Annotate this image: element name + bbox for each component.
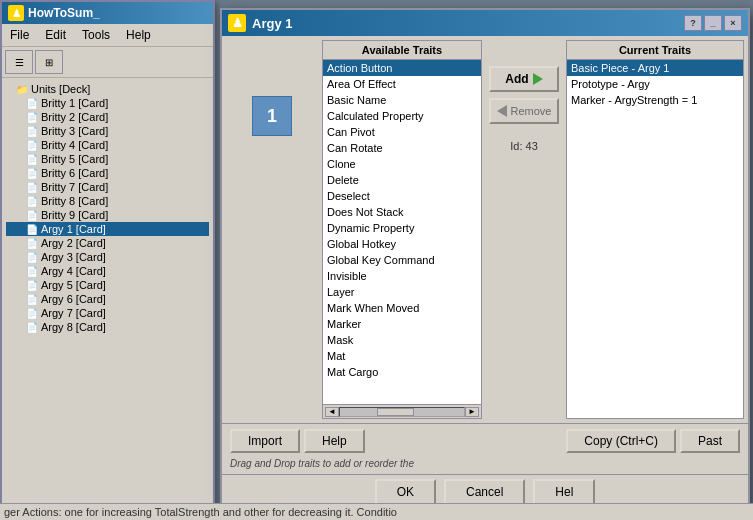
dialog-body: 1 Available Traits Action ButtonArea Of … [222,36,748,509]
id-label: Id: 43 [510,140,538,152]
toolbar-btn-2[interactable]: ⊞ [35,50,63,74]
tree-item-label: Britty 1 [Card] [41,97,108,109]
available-trait-item[interactable]: Global Key Command [323,252,481,268]
available-traits-hscrollbar[interactable]: ◄ ► [323,404,481,418]
current-trait-item[interactable]: Basic Piece - Argy 1 [567,60,743,76]
tree-item[interactable]: 📄Argy 5 [Card] [6,278,209,292]
dialog-minimize-btn[interactable]: _ [704,15,722,31]
tree-item-label: Argy 6 [Card] [41,293,106,305]
tree-item[interactable]: 📄Argy 1 [Card] [6,222,209,236]
available-trait-item[interactable]: Basic Name [323,92,481,108]
available-traits-list[interactable]: Action ButtonArea Of EffectBasic NameCal… [323,60,481,404]
add-button[interactable]: Add [489,66,559,92]
tree-item-icon: 📄 [26,210,38,221]
toolbar-btn-1[interactable]: ☰ [5,50,33,74]
tree-item-label: Britty 8 [Card] [41,195,108,207]
dialog-bottom: Import Help Copy (Ctrl+C) Past Drag and … [222,423,748,474]
available-trait-item[interactable]: Area Of Effect [323,76,481,92]
remove-button[interactable]: Remove [489,98,559,124]
bottom-help-button[interactable]: Help [304,429,365,453]
dialog-title-buttons: ? _ × [684,15,742,31]
tree-item-label: Argy 8 [Card] [41,321,106,333]
available-trait-item[interactable]: Dynamic Property [323,220,481,236]
tree-item[interactable]: 📄Britty 4 [Card] [6,138,209,152]
tree-item-icon: 📄 [26,266,38,277]
tree-item-label: Britty 5 [Card] [41,153,108,165]
h-scroll-thumb[interactable] [377,408,414,416]
available-trait-item[interactable]: Marker [323,316,481,332]
menu-tools[interactable]: Tools [78,26,114,44]
dialog-title-left: ♟ Argy 1 [228,14,292,32]
tree-item-icon: 📄 [26,280,38,291]
tree-item-icon: 📄 [26,322,38,333]
tree-item[interactable]: 📄Argy 4 [Card] [6,264,209,278]
dialog-close-btn[interactable]: × [724,15,742,31]
current-trait-item[interactable]: Prototype - Argy [567,76,743,92]
current-traits-list[interactable]: Basic Piece - Argy 1Prototype - ArgyMark… [567,60,743,418]
tree-item-icon: 📁 [16,84,28,95]
bg-titlebar: ♟ HowToSum_ [2,2,213,24]
available-trait-item[interactable]: Deselect [323,188,481,204]
tree-item[interactable]: 📄Britty 7 [Card] [6,180,209,194]
available-trait-item[interactable]: Invisible [323,268,481,284]
bg-window-title: HowToSum_ [28,6,100,20]
available-trait-item[interactable]: Action Button [323,60,481,76]
dialog-content: 1 Available Traits Action ButtonArea Of … [222,36,748,423]
available-trait-item[interactable]: Mat [323,348,481,364]
status-bar: ger Actions: one for increasing TotalStr… [0,503,753,520]
dialog-help-btn[interactable]: ? [684,15,702,31]
tree-item[interactable]: 📄Britty 6 [Card] [6,166,209,180]
tree-item-icon: 📄 [26,238,38,249]
scroll-right-arrow[interactable]: ► [465,407,479,417]
tree-item-label: Britty 4 [Card] [41,139,108,151]
menu-file[interactable]: File [6,26,33,44]
tree-item[interactable]: 📄Britty 8 [Card] [6,194,209,208]
tree-item[interactable]: 📄Britty 3 [Card] [6,124,209,138]
tree-item[interactable]: 📄Argy 7 [Card] [6,306,209,320]
available-trait-item[interactable]: Can Rotate [323,140,481,156]
tree-item[interactable]: 📄Argy 2 [Card] [6,236,209,250]
dialog-title: Argy 1 [252,16,292,31]
available-trait-item[interactable]: Delete [323,172,481,188]
tree-panel: 📁Units [Deck]📄Britty 1 [Card]📄Britty 2 [… [2,78,213,514]
ok-button[interactable]: OK [375,479,436,505]
tree-item[interactable]: 📄Britty 1 [Card] [6,96,209,110]
menu-edit[interactable]: Edit [41,26,70,44]
scroll-left-arrow[interactable]: ◄ [325,407,339,417]
available-trait-item[interactable]: Layer [323,284,481,300]
available-trait-item[interactable]: Can Pivot [323,124,481,140]
hint-text: Drag and Drop traits to add or reorder t… [226,456,744,472]
tree-item[interactable]: 📄Britty 9 [Card] [6,208,209,222]
status-text: ger Actions: one for increasing TotalStr… [4,506,397,518]
available-trait-item[interactable]: Global Hotkey [323,236,481,252]
available-trait-item[interactable]: Mark When Moved [323,300,481,316]
tree-item-label: Argy 7 [Card] [41,307,106,319]
menu-help[interactable]: Help [122,26,155,44]
tree-item[interactable]: 📄Britty 5 [Card] [6,152,209,166]
final-help-button[interactable]: Hel [533,479,595,505]
available-trait-item[interactable]: Mat Cargo [323,364,481,380]
cancel-button[interactable]: Cancel [444,479,525,505]
tree-item-icon: 📄 [26,112,38,123]
paste-button[interactable]: Past [680,429,740,453]
available-trait-item[interactable]: Clone [323,156,481,172]
tree-item-icon: 📄 [26,224,38,235]
h-scroll-track[interactable] [339,407,465,417]
available-trait-item[interactable]: Calculated Property [323,108,481,124]
bg-app-icon: ♟ [8,5,24,21]
available-trait-item[interactable]: Mask [323,332,481,348]
tree-item[interactable]: 📄Argy 6 [Card] [6,292,209,306]
import-button[interactable]: Import [230,429,300,453]
tree-item[interactable]: 📁Units [Deck] [6,82,209,96]
tree-item-icon: 📄 [26,252,38,263]
tree-item-icon: 📄 [26,168,38,179]
tree-item[interactable]: 📄Argy 3 [Card] [6,250,209,264]
tree-item[interactable]: 📄Britty 2 [Card] [6,110,209,124]
tree-item-label: Argy 1 [Card] [41,223,106,235]
copy-button[interactable]: Copy (Ctrl+C) [566,429,676,453]
tree-item-icon: 📄 [26,196,38,207]
current-trait-item[interactable]: Marker - ArgyStrength = 1 [567,92,743,108]
available-trait-item[interactable]: Does Not Stack [323,204,481,220]
tree-item-icon: 📄 [26,294,38,305]
tree-item[interactable]: 📄Argy 8 [Card] [6,320,209,334]
